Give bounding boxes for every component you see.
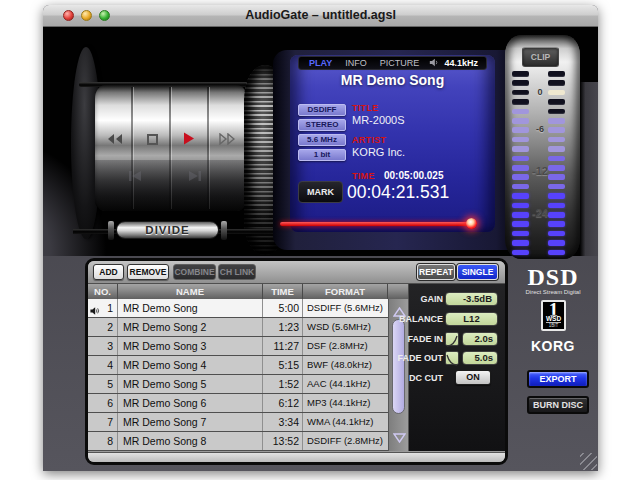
column-format[interactable]: FORMAT [303,284,388,299]
meter-segment [512,212,529,218]
progress-handle[interactable] [466,218,477,229]
column-no[interactable]: NO. [88,284,118,299]
meter-segment [548,71,565,77]
mark-button[interactable]: MARK [298,181,343,203]
balance-field[interactable]: L12 [445,312,498,326]
horizontal-scrollbar[interactable] [88,452,505,462]
single-button[interactable]: SINGLE [457,264,498,280]
meter-scale-0: 0 [531,87,549,97]
meter-segment [512,231,529,237]
table-row[interactable]: 7MR Demo Song 73:34WMA (44.1kHz) [88,413,388,432]
dc-cut-label: DC CUT [409,373,443,383]
dc-cut-button[interactable]: ON [455,370,491,385]
audio-controls: GAIN -3.5dB BALANCE L12 FADE IN 2.0s FAD… [409,284,505,451]
title-value: MR-2000S [352,114,405,126]
channel-badge: STEREO [298,119,346,131]
fade-out-icon[interactable] [445,351,459,365]
table-row[interactable]: 1MR Demo Song5:00DSDIFF (5.6MHz) [88,299,388,318]
tab-play[interactable]: PLAY [309,58,332,68]
main-content: DIVIDE PLAY INFO PICTURE 44.1kHz MR Demo… [43,27,598,471]
samplerate-badge: 5.6 MHz [298,134,346,146]
table-header: NO. NAME TIME FORMAT [88,284,388,299]
table-row[interactable]: 6MR Demo Song 66:12MP3 (44.1kHz) [88,394,388,413]
vertical-scrollbar[interactable] [388,284,409,451]
fade-in-icon[interactable] [445,332,459,346]
meter-segment [548,80,565,86]
playing-speaker-icon [90,303,100,317]
title-label: TITLE [352,103,379,113]
gain-field[interactable]: -3.5dB [445,292,498,306]
repeat-button[interactable]: REPEAT [417,264,455,280]
play-button[interactable] [183,131,195,149]
burn-disc-button[interactable]: BURN DISC [527,396,589,414]
previous-track-button[interactable] [127,168,143,186]
meter-column-left [512,71,529,257]
remove-button[interactable]: REMOVE [127,264,169,280]
add-button[interactable]: ADD [93,264,124,280]
meter-segment [548,90,565,96]
divide-button[interactable]: DIVIDE [116,221,219,239]
fast-forward-button[interactable] [219,131,235,149]
meter-segment [512,109,529,115]
meter-segment [548,174,565,180]
meter-segment [512,137,529,143]
display-tab-bar: PLAY INFO PICTURE 44.1kHz [298,56,487,70]
column-time[interactable]: TIME [263,284,303,299]
fade-out-field[interactable]: 5.0s [462,351,498,365]
meter-segment [548,221,565,227]
meter-segment [548,212,565,218]
playlist-panel: ADD REMOVE COMBINE CH LINK REPEAT SINGLE… [85,258,508,465]
meter-segment [548,127,565,133]
meter-segment [512,184,529,190]
meter-segment [548,250,565,256]
fade-in-field[interactable]: 2.0s [462,332,498,346]
meter-segment [548,231,565,237]
scroll-down-arrow[interactable] [393,429,406,447]
meter-segment [512,90,529,96]
next-track-button[interactable] [187,168,203,186]
stop-button[interactable] [147,131,158,149]
wsd-logo: 1 WSD 1BIT [541,300,566,331]
level-meter: CLIP 0 -6 -12 -24 [505,35,580,259]
song-table: NO. NAME TIME FORMAT 1MR Demo Song5:00DS… [88,284,388,451]
meter-segment [548,203,565,209]
artist-label: ARTIST [352,135,386,145]
ch-link-button[interactable]: CH LINK [218,264,256,280]
sample-rate-value[interactable]: 44.1kHz [444,58,478,68]
table-row[interactable]: 5MR Demo Song 51:52AAC (44.1kHz) [88,375,388,394]
table-row[interactable]: 8MR Demo Song 813:52DSDIFF (2.8MHz) [88,432,388,451]
bitdepth-badge: 1 bit [298,149,346,161]
total-time: 00:05:00.025 [384,170,444,181]
scrollbar-thumb[interactable] [392,319,405,414]
dsd-logo: DSD [508,264,598,291]
table-row[interactable]: 2MR Demo Song 21:23WSD (5.6MHz) [88,318,388,337]
resize-grip[interactable] [580,453,597,470]
rewind-button[interactable] [107,131,123,149]
meter-segment [512,127,529,133]
combine-button[interactable]: COMBINE [173,264,216,280]
meter-segment [548,118,565,124]
tab-picture[interactable]: PICTURE [380,58,420,68]
meter-segment [548,156,565,162]
titlebar[interactable]: AudioGate – untitled.agsl [43,5,598,27]
table-row[interactable]: 4MR Demo Song 45:15BWF (48.0kHz) [88,356,388,375]
speaker-icon[interactable] [429,58,439,69]
meter-segment [512,165,529,171]
progress-bar[interactable] [280,222,472,226]
right-sidebar: DSD Direct Stream Digital 1 WSD 1BIT KOR… [508,256,598,471]
meter-segment [548,193,565,199]
clip-indicator[interactable]: CLIP [522,47,559,67]
export-button[interactable]: EXPORT [527,370,589,388]
meter-segment [512,80,529,86]
meter-segment [512,71,529,77]
song-title: MR Demo Song [290,72,495,88]
column-name[interactable]: NAME [118,284,263,299]
display-screen: PLAY INFO PICTURE 44.1kHz MR Demo Song D… [290,55,495,232]
gain-label: GAIN [421,294,444,304]
tab-info[interactable]: INFO [345,58,367,68]
balance-label: BALANCE [399,314,443,324]
app-window: AudioGate – untitled.agsl DIVIDE [43,5,598,471]
table-row[interactable]: 3MR Demo Song 311:27DSF (2.8MHz) [88,337,388,356]
meter-segment [548,165,565,171]
artist-value: KORG Inc. [352,146,405,158]
